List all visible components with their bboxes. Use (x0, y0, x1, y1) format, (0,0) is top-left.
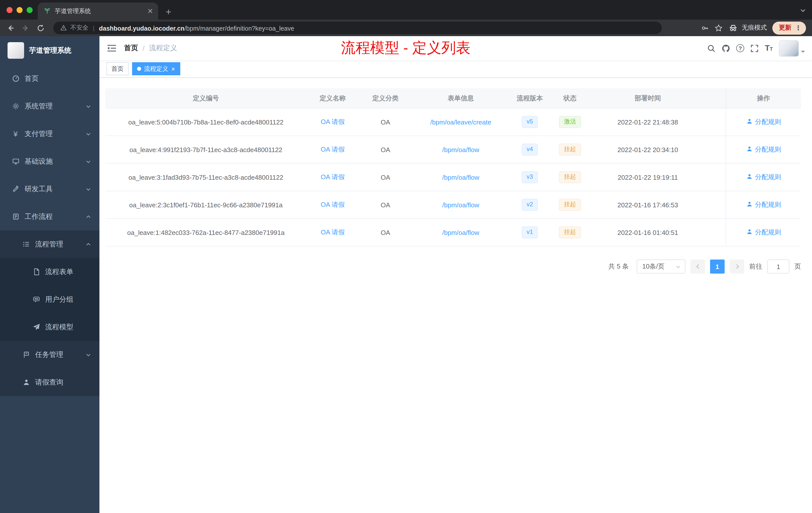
action-cell: 分配规则 (726, 136, 801, 163)
definition-name-link[interactable]: OA 请假 (321, 117, 345, 126)
user-menu[interactable] (779, 40, 805, 57)
pagination: 共 5 条 10条/页 1 前往 页 (106, 260, 801, 274)
table-row: oa_leave:3:1fad3d93-7b75-11ec-a3c8-acde4… (106, 163, 801, 191)
definition-category: OA (359, 136, 412, 163)
person-icon (746, 173, 753, 181)
prev-page-button[interactable] (691, 260, 705, 274)
next-page-button[interactable] (730, 260, 744, 274)
page-size-select[interactable]: 10条/页 (637, 260, 686, 274)
header-actions: ? TT (707, 40, 812, 57)
chevron-down-icon (85, 131, 91, 137)
sidebar-item[interactable]: 用户分组 (0, 285, 99, 313)
forward-icon[interactable] (19, 21, 32, 34)
deploy-time: 2022-01-16 17:46:53 (590, 191, 705, 218)
avatar[interactable] (779, 40, 799, 57)
form-info-link[interactable]: /bpm/oa/flow (442, 229, 479, 236)
bookmark-star-icon[interactable] (715, 24, 723, 32)
definition-name-link[interactable]: OA 请假 (321, 173, 345, 182)
status-badge: 挂起 (559, 227, 581, 238)
definition-name-link[interactable]: OA 请假 (321, 145, 345, 154)
form-info-link[interactable]: /bpm/oa/leave/create (430, 118, 491, 126)
sidebar-item[interactable]: 系统管理 (0, 92, 99, 120)
browser-tab[interactable]: 芋道管理系统 ✕ (38, 2, 158, 20)
sidebar-item[interactable]: 首页 (0, 65, 99, 92)
tools-icon (11, 185, 20, 193)
assign-rule-link[interactable]: 分配规则 (746, 117, 781, 126)
goto-label: 前往 (749, 262, 762, 271)
breadcrumb: 首页 / 流程定义 (124, 44, 177, 53)
new-tab-button[interactable]: + (166, 7, 171, 17)
sidebar-item[interactable]: 基础设施 (0, 148, 99, 175)
sidebar-item-label: 流程表单 (45, 267, 73, 276)
sidebar-item-label: 研发工具 (25, 184, 53, 193)
column-header: 状态 (550, 88, 590, 108)
deploy-time: 2022-01-22 20:34:10 (590, 136, 705, 163)
assign-rule-link[interactable]: 分配规则 (746, 200, 781, 209)
breadcrumb-current: 流程定义 (149, 44, 177, 53)
browser-toolbar: 不安全 | dashboard.yudao.iocoder.cn/bpm/man… (0, 20, 812, 36)
minimize-window-button[interactable] (17, 7, 23, 13)
sidebar-item[interactable]: ¥支付管理 (0, 120, 99, 148)
font-size-icon[interactable]: TT (765, 44, 773, 52)
form-info-link[interactable]: /bpm/oa/flow (442, 174, 479, 181)
definition-id: oa_leave:2:3c1f0ef1-76b1-11ec-9c66-a2380… (106, 191, 306, 218)
page-number-button[interactable]: 1 (710, 260, 725, 274)
sidebar-item[interactable]: 工作流程 (0, 203, 99, 231)
action-cell: 分配规则 (726, 191, 801, 218)
sidebar-item-label: 支付管理 (25, 129, 53, 138)
definition-name-cell: OA 请假 (306, 163, 359, 191)
sidebar-item[interactable]: 流程模型 (0, 313, 99, 341)
search-icon[interactable] (707, 44, 716, 53)
deploy-time: 2022-01-22 21:48:38 (590, 109, 705, 135)
browser-menu-icon[interactable]: ⋮ (795, 24, 802, 32)
github-icon[interactable] (722, 44, 730, 53)
tag-close-icon[interactable]: × (171, 65, 175, 72)
sidebar-item[interactable]: 研发工具 (0, 175, 99, 203)
definition-name-link[interactable]: OA 请假 (321, 200, 345, 209)
close-window-button[interactable] (6, 7, 12, 13)
form-info-link[interactable]: /bpm/oa/flow (442, 201, 479, 209)
back-icon[interactable] (4, 21, 17, 34)
tag-home[interactable]: 首页 (107, 62, 128, 75)
app-logo[interactable]: 芋道管理系统 (0, 36, 99, 65)
maximize-window-button[interactable] (27, 7, 33, 13)
form-info-link[interactable]: /bpm/oa/flow (442, 146, 479, 153)
person-icon (746, 118, 753, 126)
reload-icon[interactable] (34, 21, 47, 34)
tab-close-icon[interactable]: ✕ (147, 7, 153, 14)
hamburger-icon[interactable] (99, 44, 124, 52)
table-row: oa_leave:2:3c1f0ef1-76b1-11ec-9c66-a2380… (106, 191, 801, 219)
app-title: 芋道管理系统 (29, 46, 71, 55)
status-badge: 激活 (559, 116, 581, 128)
url-text: dashboard.yudao.iocoder.cn/bpm/manager/d… (99, 23, 294, 32)
sidebar-item[interactable]: 流程管理 (0, 231, 99, 258)
sidebar-item[interactable]: 流程表单 (0, 258, 99, 285)
sidebar-item[interactable]: 请假查询 (0, 368, 99, 396)
person-icon (746, 201, 753, 209)
update-chip[interactable]: 更新 ⋮ (772, 21, 806, 34)
status-badge: 挂起 (559, 199, 581, 211)
breadcrumb-home[interactable]: 首页 (124, 44, 138, 53)
tab-search-icon[interactable] (800, 6, 806, 16)
not-secure-icon[interactable] (60, 25, 67, 31)
help-icon[interactable]: ? (736, 44, 744, 52)
assign-rule-link[interactable]: 分配规则 (746, 173, 781, 182)
monitor-icon (11, 157, 20, 165)
goto-page-input[interactable] (767, 260, 789, 274)
definition-name-link[interactable]: OA 请假 (321, 228, 345, 237)
password-key-icon[interactable] (701, 24, 709, 32)
definition-id: oa_leave:3:1fad3d93-7b75-11ec-a3c8-acde4… (106, 163, 306, 191)
total-count: 共 5 条 (608, 262, 629, 271)
assign-rule-link[interactable]: 分配规则 (746, 145, 781, 154)
tag-active[interactable]: 流程定义 × (132, 62, 180, 75)
version-cell: v5 (510, 109, 550, 135)
address-bar[interactable]: 不安全 | dashboard.yudao.iocoder.cn/bpm/man… (53, 22, 662, 34)
chevron-up-icon (85, 241, 91, 247)
incognito-icon (728, 23, 738, 33)
sidebar-item[interactable]: 任务管理 (0, 341, 99, 368)
assign-rule-link[interactable]: 分配规则 (746, 228, 781, 237)
fullscreen-icon[interactable] (750, 44, 759, 53)
chevron-up-icon (85, 214, 91, 220)
status-cell: 挂起 (550, 191, 590, 218)
version-cell: v2 (510, 191, 550, 218)
